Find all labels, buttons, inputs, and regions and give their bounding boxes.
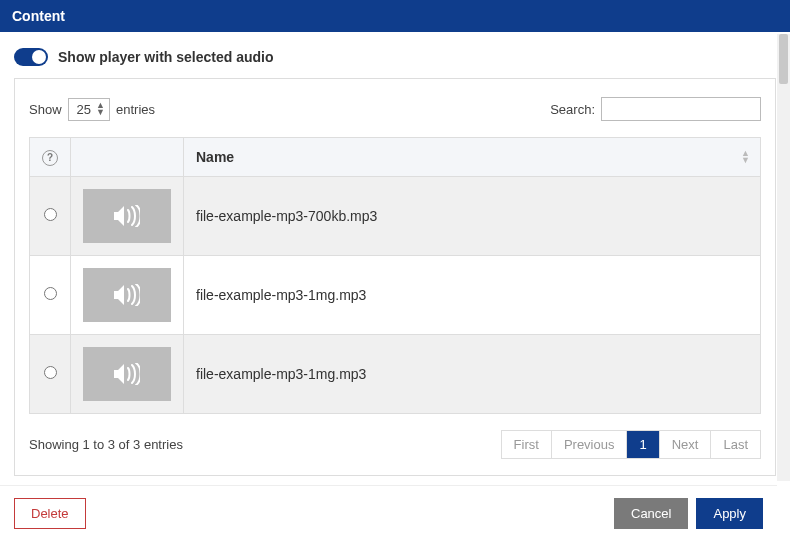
show-player-toggle[interactable] (14, 48, 48, 66)
audio-thumbnail[interactable] (83, 189, 171, 243)
updown-icon: ▲▼ (96, 102, 105, 116)
file-name: file-example-mp3-1mg.mp3 (196, 366, 366, 382)
page-previous[interactable]: Previous (551, 431, 627, 458)
speaker-icon (114, 284, 140, 306)
audio-thumbnail[interactable] (83, 347, 171, 401)
help-icon[interactable]: ? (42, 150, 58, 166)
page-last[interactable]: Last (710, 431, 760, 458)
file-name: file-example-mp3-1mg.mp3 (196, 287, 366, 303)
scrollbar[interactable] (777, 34, 790, 481)
panel-title: Content (12, 8, 65, 24)
page-next[interactable]: Next (659, 431, 711, 458)
table-row: file-example-mp3-1mg.mp3 (30, 334, 761, 413)
page-number[interactable]: 1 (626, 431, 658, 458)
row-radio[interactable] (44, 366, 57, 379)
table-row: file-example-mp3-1mg.mp3 (30, 255, 761, 334)
panel-header: Content (0, 0, 790, 32)
footer: Delete Cancel Apply (0, 485, 777, 543)
toggle-row: Show player with selected audio (0, 32, 790, 78)
file-name: file-example-mp3-700kb.mp3 (196, 208, 377, 224)
speaker-icon (114, 205, 140, 227)
footer-right: Cancel Apply (614, 498, 763, 529)
scrollbar-thumb[interactable] (779, 34, 788, 84)
table-container: Show 25 ▲▼ entries Search: ? Name ▲▼ (14, 78, 776, 476)
col-name[interactable]: Name ▲▼ (184, 138, 761, 177)
content-table: ? Name ▲▼ file-example-mp3-700kb.mp3 (29, 137, 761, 414)
entries-prefix: Show (29, 102, 62, 117)
col-thumb (71, 138, 184, 177)
toggle-label: Show player with selected audio (58, 49, 274, 65)
cancel-button[interactable]: Cancel (614, 498, 688, 529)
row-radio[interactable] (44, 287, 57, 300)
entries-suffix: entries (116, 102, 155, 117)
entries-value: 25 (77, 102, 91, 117)
page-first[interactable]: First (502, 431, 551, 458)
delete-button[interactable]: Delete (14, 498, 86, 529)
table-controls-bottom: Showing 1 to 3 of 3 entries First Previo… (29, 430, 761, 459)
entries-control: Show 25 ▲▼ entries (29, 98, 155, 121)
table-row: file-example-mp3-700kb.mp3 (30, 176, 761, 255)
table-info: Showing 1 to 3 of 3 entries (29, 437, 183, 452)
audio-thumbnail[interactable] (83, 268, 171, 322)
sort-icon: ▲▼ (741, 150, 750, 164)
row-radio[interactable] (44, 208, 57, 221)
pagination: First Previous 1 Next Last (501, 430, 761, 459)
search-label: Search: (550, 102, 595, 117)
entries-select[interactable]: 25 ▲▼ (68, 98, 110, 121)
col-name-label: Name (196, 149, 234, 165)
col-help: ? (30, 138, 71, 177)
speaker-icon (114, 363, 140, 385)
table-controls-top: Show 25 ▲▼ entries Search: (29, 97, 761, 121)
search-input[interactable] (601, 97, 761, 121)
apply-button[interactable]: Apply (696, 498, 763, 529)
search-control: Search: (550, 97, 761, 121)
